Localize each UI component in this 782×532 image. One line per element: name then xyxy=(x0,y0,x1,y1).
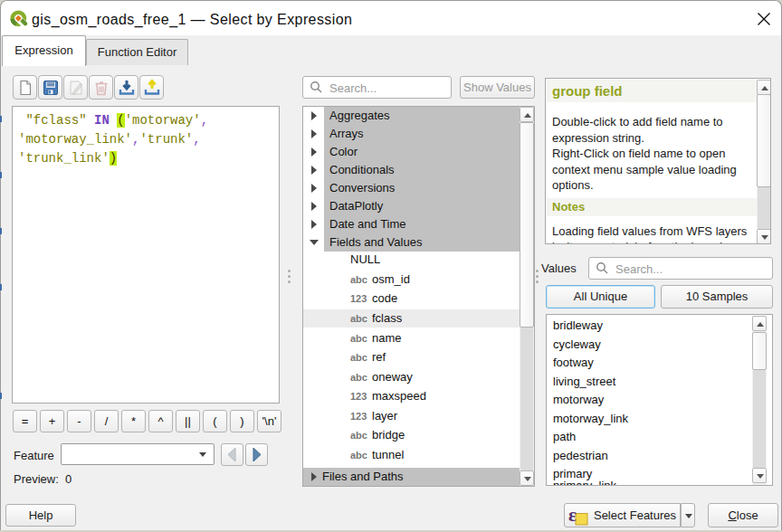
svg-text:ε: ε xyxy=(568,504,577,526)
